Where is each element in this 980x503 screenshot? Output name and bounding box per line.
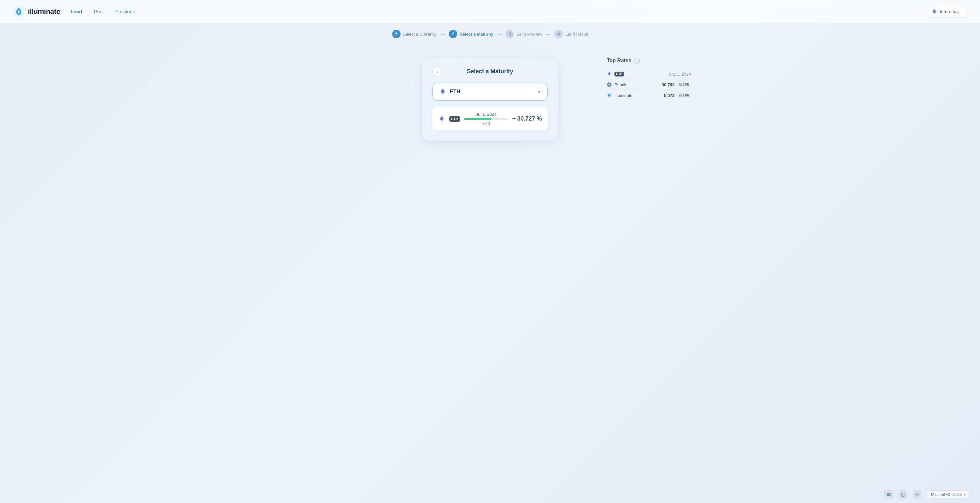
rate-value-illuminate: 5.072 xyxy=(664,93,675,98)
nav-positions[interactable]: Positions xyxy=(115,9,135,14)
main-content: ‹ Select a Maturity ETH ▼ ET xyxy=(0,45,980,154)
docs-icon[interactable] xyxy=(898,490,907,499)
step-4-circle: 4 xyxy=(555,30,563,38)
maturity-item[interactable]: ETH Jul 1, 2024 98 d ~ 30.727 % xyxy=(432,107,548,130)
footer: <> Mainnet v2 v2.0.0 ▾ xyxy=(0,486,980,503)
step-3-circle: 3 xyxy=(506,30,514,38)
step-1-circle: 1 xyxy=(392,30,401,38)
nav-lend[interactable]: Lend xyxy=(71,9,82,14)
currency-left: ETH xyxy=(439,88,460,96)
rate-value-pendle: 30.703 xyxy=(662,82,675,87)
progress-bar-fill xyxy=(464,118,492,120)
step-3: 3 Lend Preview xyxy=(506,30,542,38)
logo-icon xyxy=(13,6,25,18)
network-version: v2.0.0 xyxy=(952,493,962,497)
dropdown-arrow-icon: ▼ xyxy=(537,89,541,94)
wallet-button[interactable]: futuretha... xyxy=(926,6,967,18)
header-left: illuminate Lend Pool Positions xyxy=(13,6,135,18)
currency-label: ETH xyxy=(450,89,460,95)
step-2: 2 Select a Maturity xyxy=(449,30,493,38)
progress-bar-container xyxy=(464,118,508,120)
code-brackets-icon: <> xyxy=(915,492,920,497)
card-title: Select a Maturity xyxy=(432,68,548,75)
pendle-icon xyxy=(607,82,612,87)
apr-badge-pendle: % APR xyxy=(677,83,691,87)
step-2-circle: 2 xyxy=(449,30,457,38)
maturity-rate: ~ 30.727 % xyxy=(512,115,542,122)
top-rates-token-badge: ETH xyxy=(614,72,624,76)
eth-diamond-icon xyxy=(439,88,447,96)
top-rates-title: Top Rates xyxy=(607,58,631,64)
network-dropdown-icon: ▾ xyxy=(964,493,966,497)
top-rates-date: July 1, 2024 xyxy=(627,72,691,76)
rate-row-illuminate: Illuminate 5.072 % APR xyxy=(607,90,691,100)
logo-text: illuminate xyxy=(28,8,60,16)
maturity-info: Jul 1, 2024 98 d xyxy=(464,112,508,126)
wallet-address: futuretha... xyxy=(940,9,961,14)
eth-icon xyxy=(931,9,937,14)
step-3-label: Lend Preview xyxy=(517,32,542,37)
select-maturity-card: ‹ Select a Maturity ETH ▼ ET xyxy=(422,58,558,141)
top-rates-header-row: ETH July 1, 2024 xyxy=(607,69,691,80)
step-4-label: Lend Result xyxy=(565,32,588,37)
illuminate-icon xyxy=(607,93,612,98)
divider-2-3: — xyxy=(497,32,502,37)
rate-provider-illuminate: Illuminate xyxy=(614,93,662,98)
back-chevron-icon: ‹ xyxy=(436,69,438,74)
step-1: 1 Select a Currency xyxy=(392,30,436,38)
divider-1-2: — xyxy=(441,32,445,37)
stepper: 1 Select a Currency — 2 Select a Maturit… xyxy=(0,23,980,45)
divider-3-4: — xyxy=(546,32,550,37)
maturity-date: Jul 1, 2024 xyxy=(464,112,508,117)
maturity-days: 98 d xyxy=(464,121,508,126)
discord-icon[interactable] xyxy=(884,490,893,499)
top-rates-panel: Top Rates i ETH July 1, 2024 Pendle 30.7… xyxy=(607,58,691,100)
step-2-label: Select a Maturity xyxy=(460,32,493,37)
nav-pool[interactable]: Pool xyxy=(94,9,104,14)
eth-badge: ETH xyxy=(449,116,460,122)
back-button[interactable]: ‹ xyxy=(432,67,442,76)
maturity-eth-icon xyxy=(438,115,445,123)
apr-badge-illuminate: % APR xyxy=(677,93,691,97)
currency-dropdown[interactable]: ETH ▼ xyxy=(432,83,548,101)
rate-row-pendle: Pendle 30.703 % APR xyxy=(607,80,691,90)
card-header: ‹ Select a Maturity xyxy=(432,68,548,75)
logo-area: illuminate xyxy=(13,6,60,18)
main-nav: Lend Pool Positions xyxy=(71,9,135,14)
rate-provider-pendle: Pendle xyxy=(614,82,659,87)
top-rates-info-icon[interactable]: i xyxy=(634,58,640,64)
top-rates-eth-icon xyxy=(607,71,612,76)
top-rates-header: Top Rates i xyxy=(607,58,691,64)
step-1-label: Select a Currency xyxy=(403,32,436,37)
network-label: Mainnet v2 xyxy=(931,492,950,497)
network-badge[interactable]: Mainnet v2 v2.0.0 ▾ xyxy=(927,490,970,499)
code-icon[interactable]: <> xyxy=(913,490,922,499)
step-4: 4 Lend Result xyxy=(555,30,588,38)
